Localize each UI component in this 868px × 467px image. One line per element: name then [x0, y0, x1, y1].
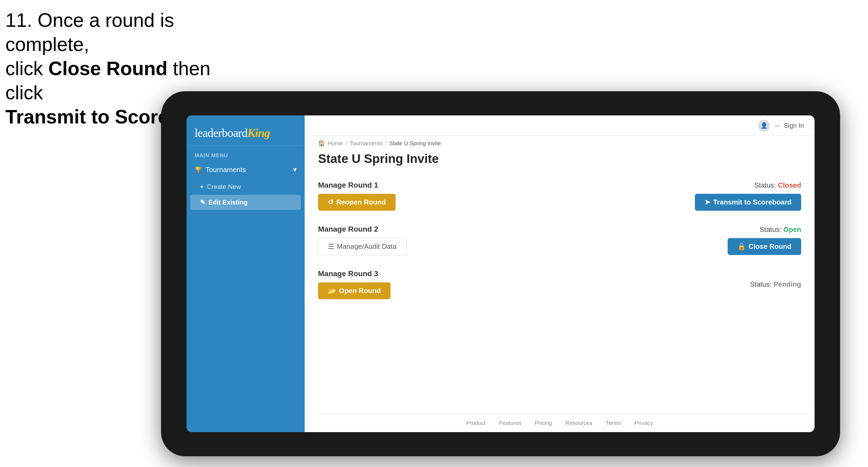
page-title: State U Spring Invite	[305, 147, 814, 168]
sidebar: leaderboardKing MAIN MENU 🏆 Tournaments …	[187, 116, 305, 432]
audit-icon: ☰	[328, 242, 334, 251]
footer: Product Features Pricing Resources Terms…	[305, 413, 814, 432]
round-1-row: Manage Round 1 ↺ Reopen Round Status: Cl…	[318, 174, 801, 218]
breadcrumb-tournaments[interactable]: Tournaments	[350, 140, 382, 147]
reopen-round-label: Reopen Round	[336, 198, 386, 207]
lock-icon: 🔒	[737, 242, 746, 251]
breadcrumb-sep2: /	[385, 140, 386, 147]
round-3-right: Status: Pending	[750, 280, 801, 288]
instruction-line1: 11. Once a round is complete,	[5, 9, 174, 55]
breadcrumb-sep1: /	[345, 140, 347, 147]
logo: leaderboardKing	[194, 126, 297, 140]
round-1-status-value: Closed	[778, 181, 801, 189]
sign-in-area[interactable]: 👤 Sign In	[758, 120, 804, 131]
manage-audit-label: Manage/Audit Data	[337, 242, 397, 251]
breadcrumb-home[interactable]: Home	[328, 140, 343, 147]
create-new-label: Create New	[207, 183, 241, 191]
edit-icon	[200, 198, 205, 206]
footer-privacy[interactable]: Privacy	[634, 420, 653, 426]
round-3-title: Manage Round 3	[318, 270, 391, 278]
send-icon: ➤	[705, 198, 710, 207]
breadcrumb-current: State U Spring Invite	[389, 140, 441, 147]
breadcrumb: 🏠 Home / Tournaments / State U Spring In…	[305, 136, 814, 147]
round-3-status: Status: Pending	[750, 280, 801, 288]
open-round-label: Open Round	[339, 287, 381, 295]
nav-sub-menu: Create New Edit Existing	[187, 179, 305, 210]
round-3-row: Manage Round 3 📂 Open Round Status: Pend…	[318, 262, 801, 306]
nav-edit-existing[interactable]: Edit Existing	[190, 195, 301, 210]
footer-pricing[interactable]: Pricing	[535, 420, 552, 426]
avatar: 👤	[758, 120, 770, 131]
trophy-icon: 🏆	[194, 166, 202, 174]
footer-features[interactable]: Features	[499, 420, 521, 426]
tablet-shell: leaderboardKing MAIN MENU 🏆 Tournaments …	[161, 91, 840, 456]
refresh-icon: ↺	[328, 198, 334, 207]
sign-in-label[interactable]: Sign In	[784, 122, 804, 129]
app-layout: leaderboardKing MAIN MENU 🏆 Tournaments …	[187, 116, 814, 432]
round-1-title: Manage Round 1	[318, 181, 396, 189]
round-3-status-value: Pending	[774, 280, 801, 288]
manage-audit-button[interactable]: ☰ Manage/Audit Data	[318, 238, 407, 255]
logo-king: King	[247, 126, 270, 139]
round-2-left: Manage Round 2 ☰ Manage/Audit Data	[318, 225, 407, 255]
open-round-button[interactable]: 📂 Open Round	[318, 282, 391, 299]
round-1-status: Status: Closed	[754, 181, 801, 189]
nav-tournaments-left: 🏆 Tournaments	[194, 165, 246, 174]
footer-terms[interactable]: Terms	[606, 420, 621, 426]
transmit-scoreboard-button[interactable]: ➤ Transmit to Scoreboard	[695, 194, 801, 211]
round-2-status: Status: Open	[760, 225, 801, 234]
round-2-row: Manage Round 2 ☰ Manage/Audit Data Statu…	[318, 218, 801, 262]
chevron-down-icon	[293, 165, 297, 174]
plus-icon	[200, 183, 204, 191]
nav-tournaments-label: Tournaments	[206, 165, 246, 174]
round-2-status-value: Open	[783, 225, 801, 234]
logo-leaderboard: leaderboard	[194, 126, 247, 139]
top-nav: 👤 Sign In	[305, 116, 814, 136]
home-icon: 🏠	[318, 140, 325, 147]
open-icon: 📂	[328, 287, 336, 295]
instruction-bold1: Close Round	[48, 58, 167, 79]
round-2-title: Manage Round 2	[318, 225, 407, 234]
signin-icon	[774, 122, 780, 129]
main-content: 👤 Sign In 🏠 Home / Tournaments / State U…	[305, 116, 814, 432]
user-icon: 👤	[761, 122, 768, 129]
edit-existing-label: Edit Existing	[209, 198, 247, 206]
footer-resources[interactable]: Resources	[565, 420, 592, 426]
nav-tournaments[interactable]: 🏆 Tournaments	[187, 161, 305, 179]
instruction-line2: click	[5, 58, 48, 79]
tablet-screen: leaderboardKing MAIN MENU 🏆 Tournaments …	[187, 116, 814, 432]
round-2-right: Status: Open 🔒 Close Round	[727, 225, 801, 255]
main-menu-label: MAIN MENU	[187, 150, 305, 161]
close-round-button[interactable]: 🔒 Close Round	[727, 238, 801, 255]
transmit-scoreboard-label: Transmit to Scoreboard	[713, 198, 792, 207]
round-3-left: Manage Round 3 📂 Open Round	[318, 270, 391, 299]
logo-area: leaderboardKing	[187, 118, 305, 146]
content-area: Manage Round 1 ↺ Reopen Round Status: Cl…	[305, 168, 814, 413]
footer-product[interactable]: Product	[466, 420, 486, 426]
reopen-round-button[interactable]: ↺ Reopen Round	[318, 194, 396, 211]
round-1-right: Status: Closed ➤ Transmit to Scoreboard	[695, 181, 801, 211]
round-1-left: Manage Round 1 ↺ Reopen Round	[318, 181, 396, 211]
close-round-label: Close Round	[749, 242, 792, 251]
nav-create-new[interactable]: Create New	[187, 179, 305, 194]
